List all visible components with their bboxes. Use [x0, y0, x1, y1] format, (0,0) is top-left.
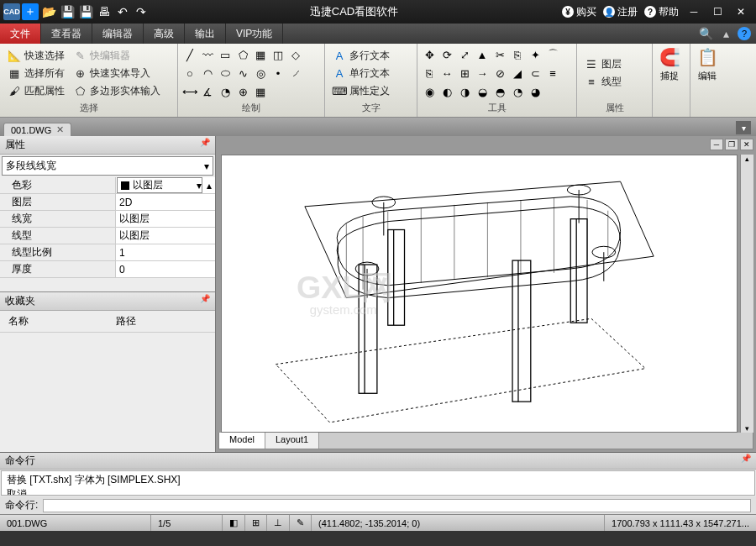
- spline-icon[interactable]: ∿: [236, 66, 249, 80]
- maximize-button[interactable]: ☐: [709, 4, 726, 19]
- attdef-button[interactable]: ⌨属性定义: [330, 83, 392, 99]
- pin-icon[interactable]: 📌: [200, 294, 210, 308]
- tab-dropdown-icon[interactable]: ▾: [736, 121, 751, 134]
- chamfer-icon[interactable]: ◢: [511, 66, 524, 80]
- viewport-min-icon[interactable]: ─: [710, 139, 723, 150]
- prop-lscale-value[interactable]: 1: [116, 247, 215, 259]
- scale-icon[interactable]: ⤢: [458, 48, 471, 61]
- command-input[interactable]: [43, 499, 751, 512]
- prop-ltype-value[interactable]: 以图层: [116, 228, 215, 243]
- trim-icon[interactable]: ✂: [493, 48, 507, 61]
- status-toggle4[interactable]: ✎: [290, 515, 312, 531]
- ellipse-icon[interactable]: ⬭: [218, 66, 232, 80]
- move-icon[interactable]: ✥: [423, 48, 436, 61]
- tab-viewer[interactable]: 查看器: [41, 24, 92, 44]
- vertical-scrollbar[interactable]: ▴▾: [740, 155, 753, 433]
- scroll-up-icon[interactable]: ▴: [203, 180, 215, 192]
- viewport-close-icon[interactable]: ✕: [740, 139, 753, 150]
- prop-thick-value[interactable]: 0: [116, 264, 215, 276]
- quick-select-button[interactable]: 📐快速选择: [5, 48, 67, 64]
- break-icon[interactable]: ⊘: [493, 66, 507, 80]
- viewport-max-icon[interactable]: ❐: [725, 139, 738, 150]
- extend-icon[interactable]: →: [475, 66, 489, 80]
- search-icon[interactable]: 🔍: [697, 25, 714, 42]
- tab-vip[interactable]: VIP功能: [226, 24, 283, 44]
- tool5-icon[interactable]: ◓: [493, 85, 507, 98]
- join-icon[interactable]: ⊂: [528, 66, 542, 80]
- status-toggle3[interactable]: ⊥: [267, 515, 290, 531]
- region-icon[interactable]: ◫: [271, 48, 285, 61]
- save-icon[interactable]: 💾: [59, 3, 76, 20]
- donut-icon[interactable]: ◎: [254, 66, 267, 80]
- close-tab-icon[interactable]: ✕: [56, 124, 64, 135]
- tab-advanced[interactable]: 高级: [144, 24, 185, 44]
- dim4-icon[interactable]: ⊕: [236, 85, 249, 98]
- open-icon[interactable]: 📂: [40, 3, 57, 20]
- rotate-icon[interactable]: ⟳: [440, 48, 454, 61]
- explode-icon[interactable]: ✦: [528, 48, 542, 61]
- quick-editor-button[interactable]: ✎快编辑器: [71, 48, 163, 64]
- drawing-canvas[interactable]: GXL网 gystem.com: [221, 155, 738, 433]
- status-toggle1[interactable]: ◧: [223, 515, 245, 531]
- boundary-icon[interactable]: ◇: [289, 48, 302, 61]
- tab-file[interactable]: 文件: [0, 24, 41, 44]
- tab-layout1[interactable]: Layout1: [265, 433, 319, 449]
- pin-icon[interactable]: 📌: [741, 454, 751, 468]
- fillet-icon[interactable]: ⌒: [546, 48, 559, 61]
- status-toggle2[interactable]: ⊞: [245, 515, 267, 531]
- prop-color-value[interactable]: 以图层▾: [117, 177, 202, 193]
- match-props-button[interactable]: 🖌匹配属性: [5, 83, 67, 99]
- tool3-icon[interactable]: ◑: [458, 85, 471, 98]
- polyline-icon[interactable]: 〰: [201, 48, 214, 61]
- fav-col-name[interactable]: 名称: [0, 314, 116, 328]
- stretch-icon[interactable]: ↔: [440, 66, 454, 80]
- close-button[interactable]: ✕: [732, 4, 749, 19]
- pin-icon[interactable]: 📌: [200, 138, 210, 152]
- tab-editor[interactable]: 编辑器: [92, 24, 144, 44]
- align-icon[interactable]: ≡: [546, 66, 559, 80]
- line-icon[interactable]: ╱: [183, 48, 197, 61]
- tab-output[interactable]: 输出: [185, 24, 226, 44]
- tab-model[interactable]: Model: [219, 433, 265, 449]
- prop-lweight-value[interactable]: 以图层: [116, 212, 215, 226]
- dim2-icon[interactable]: ∡: [201, 85, 214, 98]
- tool4-icon[interactable]: ◒: [475, 85, 489, 98]
- ltype-button[interactable]: ≡线型: [582, 74, 624, 90]
- offset-icon[interactable]: ⎘: [511, 48, 524, 61]
- table-icon[interactable]: ▦: [254, 85, 267, 98]
- fav-col-path[interactable]: 路径: [116, 314, 136, 328]
- hatch-icon[interactable]: ▦: [254, 48, 267, 61]
- mtext-button[interactable]: A多行文本: [330, 48, 392, 64]
- quick-entity-import-button[interactable]: ⊕快速实体导入: [71, 66, 163, 81]
- array-icon[interactable]: ⊞: [458, 66, 471, 80]
- help-link[interactable]: ?帮助: [644, 5, 679, 19]
- copy-icon[interactable]: ⎘: [423, 66, 436, 80]
- saveas-icon[interactable]: 💾: [77, 3, 94, 20]
- arc-icon[interactable]: ◠: [201, 66, 214, 80]
- buy-link[interactable]: ¥购买: [562, 5, 596, 19]
- layer-button[interactable]: ☰图层: [582, 56, 624, 72]
- point-icon[interactable]: •: [271, 66, 285, 80]
- selection-dropdown[interactable]: 多段线线宽▾: [2, 156, 213, 176]
- redo-icon[interactable]: ↷: [133, 3, 150, 20]
- dim3-icon[interactable]: ◔: [218, 85, 232, 98]
- snap-button[interactable]: 🧲 捕捉: [654, 45, 685, 82]
- rect-icon[interactable]: ▭: [218, 48, 232, 61]
- edit-button[interactable]: 📋 编辑: [692, 45, 722, 82]
- print-icon[interactable]: 🖶: [96, 3, 113, 20]
- undo-icon[interactable]: ↶: [114, 3, 131, 20]
- register-link[interactable]: 👤注册: [603, 5, 638, 19]
- tool6-icon[interactable]: ◔: [511, 85, 524, 98]
- dim1-icon[interactable]: ⟷: [183, 85, 197, 98]
- tool2-icon[interactable]: ◐: [440, 85, 454, 98]
- xline-icon[interactable]: ⟋: [289, 66, 302, 80]
- ribbon-toggle-icon[interactable]: ▴: [717, 25, 734, 42]
- prop-layer-value[interactable]: 2D: [116, 197, 215, 208]
- poly-entity-input-button[interactable]: ⬠多边形实体输入: [71, 83, 163, 99]
- mirror-icon[interactable]: ▲: [475, 48, 489, 61]
- tool7-icon[interactable]: ◕: [528, 85, 542, 98]
- help-icon[interactable]: ?: [738, 27, 751, 40]
- minimize-button[interactable]: ─: [685, 4, 702, 19]
- document-tab[interactable]: 001.DWG ✕: [3, 123, 71, 136]
- circle-icon[interactable]: ○: [183, 66, 197, 80]
